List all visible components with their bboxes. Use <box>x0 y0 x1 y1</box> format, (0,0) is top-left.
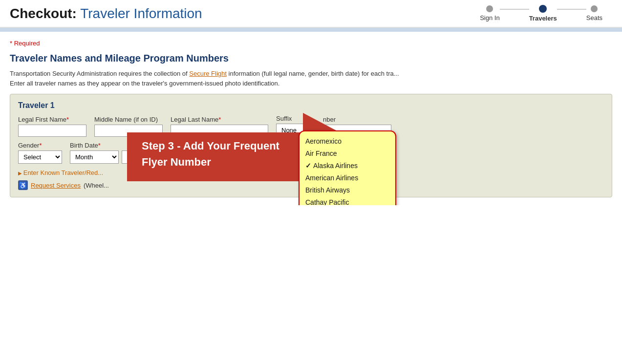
gender-group: Gender* Select Male Female <box>18 142 62 164</box>
suffix-label: Suffix <box>276 115 315 122</box>
step-dot-seats <box>591 5 598 12</box>
birth-date-inputs: Month January February March April May J… <box>70 150 195 164</box>
wheelchair-icon: ♿ <box>18 180 28 190</box>
middle-name-group: Middle Name (if on ID) <box>94 116 163 137</box>
airline-item-british[interactable]: British Airways <box>305 184 389 196</box>
traveler-info-label: Traveler Information <box>80 6 202 21</box>
name-row: Legal First Name* Middle Name (if on ID)… <box>18 115 604 137</box>
airline-item-american[interactable]: American Airlines <box>305 172 389 184</box>
last-name-group: Legal Last Name* <box>171 116 268 137</box>
section-title: Traveler Names and Mileage Program Numbe… <box>10 53 612 64</box>
year-input[interactable] <box>161 150 195 164</box>
airline-dropdown[interactable]: Aeromexico Air France Alaska Airlines Am… <box>299 130 396 205</box>
day-select[interactable]: Day <box>122 150 158 164</box>
known-traveler-link[interactable]: Enter Known Traveler/Red... <box>18 169 103 176</box>
airline-item-airfrance[interactable]: Air France <box>305 148 389 160</box>
first-name-label: Legal First Name* <box>18 116 86 123</box>
airline-item-aeromexico[interactable]: Aeromexico <box>305 135 389 148</box>
page-header: Checkout: Traveler Information Sign In T… <box>0 0 622 28</box>
progress-bar: Sign In Travelers Seats <box>480 5 602 22</box>
description: Transportation Security Administration r… <box>10 69 612 88</box>
checkout-label: Checkout: <box>10 6 77 21</box>
main-content: * Required Traveler Names and Mileage Pr… <box>0 32 622 205</box>
gender-label: Gender* <box>18 142 62 149</box>
mileage-number-group: nber Aeromexico Air France Alaska Airlin… <box>323 116 391 137</box>
progress-step-travelers: Travelers <box>529 5 557 22</box>
gender-select[interactable]: Select Male Female <box>18 150 62 164</box>
secure-flight-link[interactable]: Secure Flight <box>189 70 227 77</box>
progress-connector-2 <box>557 9 586 10</box>
progress-step-seats: Seats <box>586 5 602 21</box>
request-services-suffix: (Wheel... <box>84 182 109 189</box>
blue-separator <box>0 28 622 32</box>
birth-date-label: Birth Date* <box>70 142 195 149</box>
page-title: Checkout: Traveler Information <box>10 6 202 21</box>
step-label-travelers: Travelers <box>529 15 557 22</box>
step-label-signin: Sign In <box>480 14 499 21</box>
first-name-group: Legal First Name* <box>18 116 86 137</box>
first-name-input[interactable] <box>18 125 86 137</box>
middle-name-input[interactable] <box>94 125 163 137</box>
traveler-box: Traveler 1 Legal First Name* Middle Name… <box>10 94 612 197</box>
middle-name-label: Middle Name (if on ID) <box>94 116 163 123</box>
step-label-seats: Seats <box>586 14 602 21</box>
airline-item-alaska[interactable]: Alaska Airlines <box>305 160 389 172</box>
month-select[interactable]: Month January February March April May J… <box>70 150 119 164</box>
required-note: * Required <box>10 40 612 47</box>
last-name-input[interactable] <box>171 125 268 137</box>
progress-step-signin: Sign In <box>480 5 499 21</box>
mileage-number-label: nber <box>323 116 391 123</box>
traveler-title: Traveler 1 <box>18 101 604 110</box>
airline-item-cathay[interactable]: Cathay Pacific <box>305 196 389 205</box>
step-dot-travelers <box>539 5 547 13</box>
step-dot-signin <box>486 5 493 12</box>
traveler-section: Traveler 1 Legal First Name* Middle Name… <box>10 94 612 197</box>
request-services-link[interactable]: Request Services <box>31 182 81 189</box>
birth-date-group: Birth Date* Month January February March… <box>70 142 195 164</box>
progress-connector-1 <box>500 9 529 10</box>
last-name-label: Legal Last Name* <box>171 116 268 123</box>
